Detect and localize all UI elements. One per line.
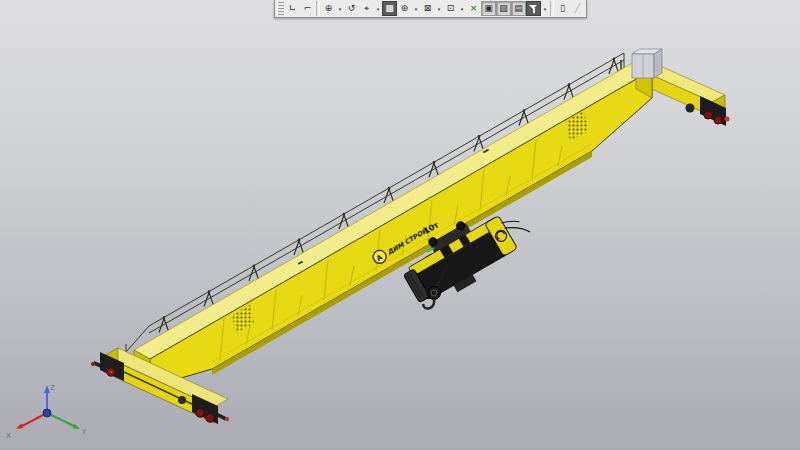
buffer (218, 413, 226, 421)
z-axis-label: Z (50, 384, 55, 392)
triad-origin (43, 409, 51, 417)
rotate-view-icon-glyph: ↺ (348, 1, 356, 16)
bottom-flange (212, 151, 592, 375)
toolbar-separator (316, 1, 320, 16)
viewport-image-icon-glyph: ⊡ (447, 1, 455, 16)
rotate-view-icon[interactable]: ↺ (344, 1, 359, 16)
zoom-area-icon[interactable]: ⊠ (420, 1, 435, 16)
filter-icon[interactable] (526, 1, 541, 16)
buffer-tip (225, 417, 229, 421)
orientation-sphere-icon[interactable]: ⊛ (397, 1, 412, 16)
viewport-image-icon[interactable]: ⊡ (443, 1, 458, 16)
buffer (94, 361, 101, 368)
zoom-area-icon-dropdown[interactable]: ▾ (435, 1, 443, 16)
filter-icon-dropdown[interactable]: ▾ (541, 1, 549, 16)
refresh-view-icon[interactable]: × (466, 1, 481, 16)
buffer-tip (91, 362, 95, 366)
zoom-icon[interactable]: ⊕ (321, 1, 336, 16)
travel-motor (686, 104, 695, 113)
hook-icon (423, 299, 434, 309)
section-view-icon-glyph: ⌐ (304, 1, 312, 16)
new-window-icon-glyph: ▣ (484, 1, 493, 16)
clipboard-icon[interactable]: ▤ (511, 1, 526, 16)
section-plane-icon[interactable]: ∟ (285, 1, 300, 16)
orientation-sphere-icon-dropdown[interactable]: ▾ (412, 1, 420, 16)
edit-pencil-icon[interactable]: ╱ (570, 1, 585, 16)
buffer (725, 117, 730, 122)
orientation-sphere-icon-glyph: ⊛ (401, 1, 409, 16)
orientation-triad: Z Y X (6, 384, 87, 440)
view-toolbar[interactable]: ∟⌐⊕▾↺⌖▾▩⊛▾⊠▾⊡▾×▣▨▤▾▯╱ (274, 0, 587, 18)
properties-icon[interactable]: ▯ (555, 1, 570, 16)
zoom-area-icon-glyph: ⊠ (424, 1, 432, 16)
viewport-image-icon-dropdown[interactable]: ▾ (458, 1, 466, 16)
show-layers-icon[interactable]: ▨ (496, 1, 511, 16)
bridge-girder[interactable] (134, 61, 652, 387)
festoon-railing[interactable] (126, 53, 624, 352)
clipboard-icon-glyph: ▤ (514, 1, 523, 16)
properties-icon-glyph: ▯ (560, 1, 565, 16)
shaded-display-icon-glyph: ▩ (385, 1, 394, 16)
funnel-glyph (529, 4, 538, 14)
toolbar-separator (550, 1, 554, 16)
toolbar-drag-handle[interactable] (277, 2, 284, 15)
x-axis-label: X (6, 432, 11, 440)
edit-pencil-icon-glyph: ╱ (575, 1, 580, 16)
section-view-icon[interactable]: ⌐ (300, 1, 315, 16)
orient-axes-icon[interactable]: ⌖ (359, 1, 374, 16)
wheel-hub (110, 371, 113, 374)
crane-wheel (704, 111, 712, 119)
model-scene[interactable]: А ДИМ СТРОЙ 10т (0, 0, 800, 450)
section-plane-icon-glyph: ∟ (289, 1, 297, 16)
electrical-cabinet[interactable] (632, 49, 662, 78)
refresh-view-icon-glyph: × (470, 1, 478, 16)
shaded-display-icon[interactable]: ▩ (382, 1, 397, 16)
zoom-icon-glyph: ⊕ (325, 1, 333, 16)
orient-axes-icon-dropdown[interactable]: ▾ (374, 1, 382, 16)
y-axis-label: Y (81, 428, 87, 436)
crane-wheel (206, 414, 214, 422)
orient-axes-icon-glyph: ⌖ (364, 1, 369, 16)
crane-wheel (196, 409, 204, 417)
crane-wheel (714, 116, 722, 124)
show-layers-icon-glyph: ▨ (499, 1, 508, 16)
travel-motor (178, 396, 186, 404)
new-window-icon[interactable]: ▣ (481, 1, 496, 16)
zoom-icon-dropdown[interactable]: ▾ (336, 1, 344, 16)
cad-viewport[interactable]: А ДИМ СТРОЙ 10т (0, 0, 800, 450)
